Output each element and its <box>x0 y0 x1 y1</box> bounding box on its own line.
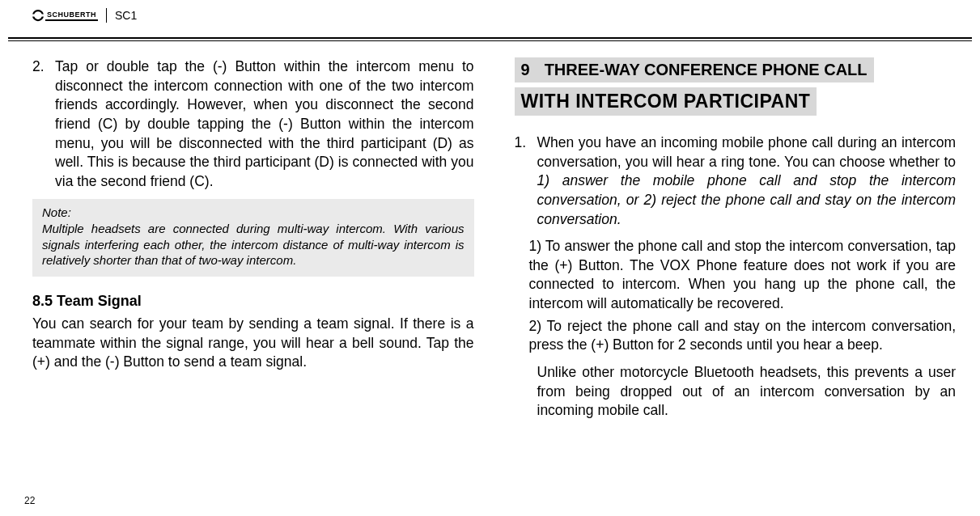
subheading-8-5: 8.5 Team Signal <box>32 293 474 310</box>
sub-item-1: 1) To answer the phone call and stop the… <box>515 237 957 314</box>
list-item-2: 2. Tap or double tap the (-) Button with… <box>32 57 474 191</box>
model-label: SC1 <box>115 9 137 22</box>
item-text: Tap or double tap the (-) Button within … <box>55 57 474 191</box>
chapter-title: 9THREE-WAY CONFERENCE PHONE CALL WITH IN… <box>515 57 957 116</box>
item-number: 2. <box>32 57 55 191</box>
content-columns: 2. Tap or double tap the (-) Button with… <box>0 41 980 421</box>
chapter-title-text-1: THREE-WAY CONFERENCE PHONE CALL <box>545 61 868 78</box>
divider <box>106 8 107 23</box>
right-column: 9THREE-WAY CONFERENCE PHONE CALL WITH IN… <box>515 57 957 421</box>
team-signal-body: You can search for your team by sending … <box>32 315 474 372</box>
chapter-title-line1: 9THREE-WAY CONFERENCE PHONE CALL <box>515 57 874 82</box>
page-header: SCHUBERTH SC1 <box>8 0 972 39</box>
left-column: 2. Tap or double tap the (-) Button with… <box>32 57 474 421</box>
note-body: Multiple headsets are connected during m… <box>42 221 465 269</box>
list-item-1: 1. When you have an incoming mobile phon… <box>515 133 957 229</box>
chapter-number: 9 <box>521 61 530 78</box>
brand-name: SCHUBERTH <box>45 11 98 21</box>
svg-rect-0 <box>32 15 45 17</box>
chapter-title-line2: WITH INTERCOM PARTICIPANT <box>515 87 817 116</box>
item-number: 1. <box>515 133 537 229</box>
sub-item-2: 2) To reject the phone call and stay on … <box>515 317 957 355</box>
item-text: When you have an incoming mobile phone c… <box>537 133 957 229</box>
item-italic: 1) answer the mobile phone call and stop… <box>537 172 957 226</box>
note-title: Note: <box>42 205 465 219</box>
page-number: 22 <box>24 495 35 506</box>
brand-logo: SCHUBERTH <box>31 8 98 23</box>
follow-paragraph: Unlike other motorcycle Bluetooth headse… <box>515 363 957 421</box>
note-box: Note: Multiple headsets are connected du… <box>32 199 474 277</box>
item-lead: When you have an incoming mobile phone c… <box>537 134 957 170</box>
helmet-icon <box>31 8 45 23</box>
